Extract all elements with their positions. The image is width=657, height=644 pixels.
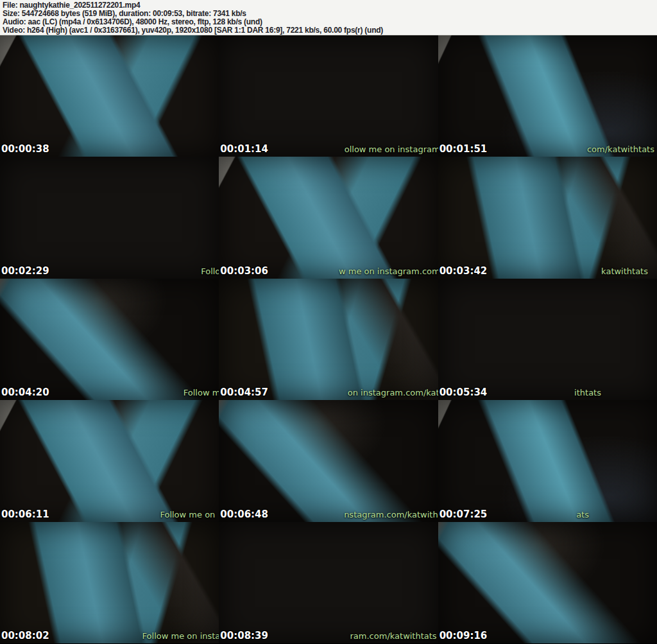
video-thumbnail: 00:07:25 ats bbox=[438, 400, 657, 521]
timestamp-overlay: 00:06:11 bbox=[1, 510, 49, 519]
video-thumbnail: 00:08:02 Follow me on insta bbox=[0, 522, 219, 643]
video-frame-placeholder bbox=[0, 522, 219, 643]
timestamp-overlay: 00:06:48 bbox=[220, 510, 268, 519]
video-frame-placeholder bbox=[438, 157, 657, 278]
video-thumbnail: 00:04:57 on instagram.com/kat bbox=[219, 279, 438, 400]
video-thumbnail: 00:03:42 katwithtats bbox=[438, 157, 657, 278]
watermark-overlay: ithtats bbox=[574, 388, 601, 397]
watermark-overlay: ollow me on instagram bbox=[345, 145, 438, 153]
video-frame-placeholder bbox=[438, 279, 657, 400]
watermark-overlay: Follow m bbox=[183, 388, 219, 397]
thumbnail-grid: 00:00:38 00:01:14 ollow me on instagram … bbox=[0, 35, 657, 643]
watermark-overlay: nstagram.com/katwith bbox=[344, 510, 438, 519]
watermark-overlay: Follow me on bbox=[160, 510, 215, 519]
video-frame-placeholder bbox=[0, 400, 219, 521]
video-frame-placeholder bbox=[219, 400, 438, 521]
timestamp-overlay: 00:09:16 bbox=[439, 631, 488, 641]
watermark-overlay: ram.com/katwithtats bbox=[350, 632, 437, 640]
video-thumbnail: 00:05:34 ithtats bbox=[438, 279, 657, 400]
video-info-line: Video: h264 (High) (avc1 / 0x31637661), … bbox=[3, 26, 654, 35]
video-frame-placeholder bbox=[438, 35, 657, 157]
timestamp-overlay: 00:05:34 bbox=[439, 388, 488, 397]
timestamp-overlay: 00:03:06 bbox=[220, 266, 268, 276]
timestamp-overlay: 00:07:25 bbox=[439, 510, 488, 519]
timestamp-overlay: 00:04:57 bbox=[220, 388, 268, 397]
video-frame-placeholder bbox=[438, 522, 657, 643]
video-thumbnail: 00:03:06 w me on instagram.com bbox=[219, 157, 438, 278]
timestamp-overlay: 00:00:38 bbox=[1, 144, 49, 154]
watermark-overlay: Follow me on insta bbox=[142, 632, 219, 640]
watermark-overlay: ats bbox=[576, 510, 589, 519]
video-thumbnail: 00:02:29 Follo bbox=[0, 157, 219, 278]
video-thumbnail: 00:06:48 nstagram.com/katwith bbox=[219, 400, 438, 521]
watermark-overlay: w me on instagram.com bbox=[339, 267, 438, 275]
video-frame-placeholder bbox=[0, 35, 219, 157]
video-thumbnail: 00:00:38 bbox=[0, 35, 219, 157]
video-frame-placeholder bbox=[438, 400, 657, 521]
video-thumbnail: 00:08:39 ram.com/katwithtats bbox=[219, 522, 438, 643]
file-name-line: File: naughtykathie_202511272201.mp4 bbox=[3, 1, 654, 10]
video-frame-placeholder bbox=[219, 522, 438, 643]
video-frame-placeholder bbox=[0, 279, 219, 400]
media-info-header: File: naughtykathie_202511272201.mp4 Siz… bbox=[0, 0, 657, 35]
timestamp-overlay: 00:08:02 bbox=[1, 631, 49, 641]
video-thumbnail: 00:06:11 Follow me on bbox=[0, 400, 219, 521]
video-frame-placeholder bbox=[219, 35, 438, 157]
watermark-overlay: Follo bbox=[201, 267, 219, 275]
watermark-overlay: on instagram.com/kat bbox=[348, 388, 438, 397]
watermark-overlay: katwithtats bbox=[601, 267, 648, 275]
timestamp-overlay: 00:03:42 bbox=[439, 266, 488, 276]
video-frame-placeholder bbox=[219, 279, 438, 400]
timestamp-overlay: 00:01:14 bbox=[220, 144, 268, 154]
video-thumbnail: 00:01:51 com/katwithtats bbox=[438, 35, 657, 157]
audio-info-line: Audio: aac (LC) (mp4a / 0x6134706D), 480… bbox=[3, 18, 654, 26]
video-thumbnail: 00:04:20 Follow m bbox=[0, 279, 219, 400]
timestamp-overlay: 00:02:29 bbox=[1, 266, 49, 276]
timestamp-overlay: 00:04:20 bbox=[1, 388, 49, 397]
video-thumbnail: 00:09:16 bbox=[438, 522, 657, 643]
video-frame-placeholder bbox=[0, 157, 219, 278]
video-frame-placeholder bbox=[219, 157, 438, 278]
timestamp-overlay: 00:01:51 bbox=[439, 144, 488, 154]
file-size-line: Size: 544724668 bytes (519 MiB), duratio… bbox=[3, 10, 654, 18]
video-thumbnail: 00:01:14 ollow me on instagram bbox=[219, 35, 438, 157]
timestamp-overlay: 00:08:39 bbox=[220, 631, 268, 641]
watermark-overlay: com/katwithtats bbox=[587, 145, 654, 153]
